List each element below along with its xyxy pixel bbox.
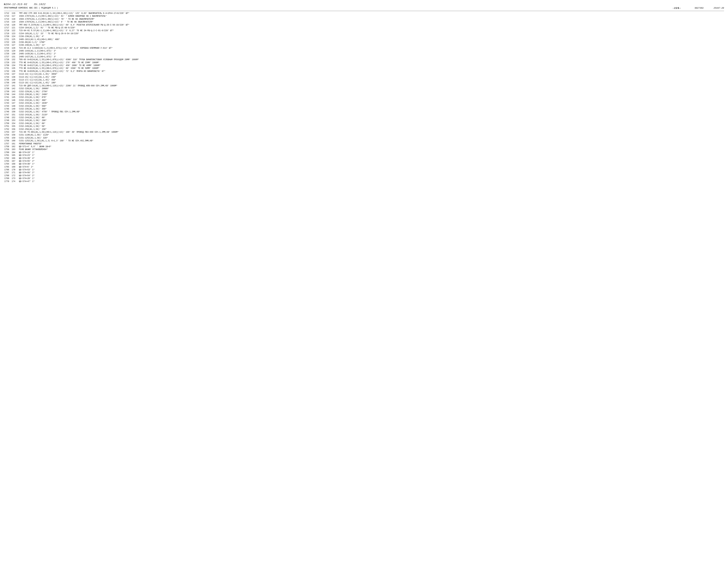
row-num2: 127 (11, 44, 19, 47)
row-num2: 147 (11, 102, 19, 105)
row-num1: 1734 (4, 76, 11, 79)
row-num2: 158 (11, 134, 19, 136)
row-content: С113-15(↑1)(=13)(А1,1,45)' 230* (19, 76, 724, 79)
row-num1: 1727 (4, 55, 11, 58)
row-num1: 1755 (4, 137, 11, 139)
row-num1: 1763 (4, 160, 11, 163)
row-num1: 1731 (4, 67, 11, 70)
row-num1: 1718 (4, 29, 11, 32)
row-content: Т15-09 Т5-001(А1,1,58)(Н9=1,116)(=13)' 1… (19, 131, 724, 134)
row-content: Т05-03 8=0124(А1,1,55)(Н9=1,076)(=13)' 6… (19, 58, 724, 61)
table-row: 1742146С152-232(А1,1,58)' 360* (4, 99, 724, 102)
row-num1: 1767 (4, 171, 11, 174)
doc-code-2: 25447-20 (714, 7, 724, 9)
table-row: 1737141Т15-09 ДОП↑14(А1,1,58)(Н9=1,116)(… (4, 85, 724, 87)
header-meta-row: ПРОГРАММНЫЙ КОМПЛЕКС АВС-3ЕС ( РЕДАКЦИЯ … (4, 7, 724, 9)
row-num2: 131 (11, 55, 19, 58)
row-content: Щ8-574=28' 1* (19, 177, 724, 180)
row-num1: 1747 (4, 114, 11, 116)
row-content: 1504-17076(А1,1,2)(Н9=1,082)(=13)' 6' ' … (19, 21, 724, 23)
row-num2: 155 (11, 125, 19, 128)
row-num2: 161 (11, 142, 19, 145)
row-num2: 117 (11, 15, 19, 18)
row-num1: 1713 (4, 15, 11, 18)
row-num1: 1740 (4, 93, 11, 96)
table-row: 1738142С152-228(А1,1,58)' 20000* (4, 87, 724, 90)
row-content: С152-229(А1,1,58)' 2750* (19, 90, 724, 93)
row-content: 2405-1011(А1↑1,45)(Н9=1,089)' 400* (19, 38, 724, 41)
row-content: Т15-09 ДОП↑14(А1,1,58)(Н9=1,116)(=13)' 2… (19, 85, 724, 87)
row-content: С154-165(А1,1,2)' 15' ' ТО ЖЕ РШ-Ц-20-0-… (19, 32, 724, 35)
row-content: Т24-05 А↓2 1=1043(А1↑1,2)(Н9=1,073)(=13)… (19, 47, 724, 50)
table-row: 1756160С151-1252(А1,1,58)(А1,1,3) К=1,3'… (4, 139, 724, 142)
row-num2: 168 (11, 163, 19, 165)
table-row: 1770174Щ8-574=47' 1* (4, 180, 724, 183)
row-num1: 1750 (4, 122, 11, 125)
row-num2: 150 (11, 111, 19, 113)
table-row: 1747151С152-243(А1,1,58)' 2110* (4, 114, 724, 116)
row-num2: 159 (11, 137, 19, 139)
row-content: С151-1196(А1,1,58)' 1120* (19, 134, 724, 136)
table-row: 17141181504-17075(А1,1,2)(Н9=1,082)(=13)… (4, 18, 724, 21)
page-number: -226- (673, 7, 681, 9)
row-num1: 1754 (4, 134, 11, 136)
row-num1: 1745 (4, 108, 11, 111)
row-num2: 130 (11, 52, 19, 55)
row-num2: 142 (11, 87, 19, 90)
table-row: 17151191504-17076(А1,1,2)(Н9=1,082)(=13)… (4, 21, 724, 23)
table-row: 1729133ТТО ЖЕ 8=0125(А1.1,55)(Н9=1,076)(… (4, 61, 724, 64)
table-row: 1718122Т15-04-01 П.57(А1↑1,2)(Н9=1,082)(… (4, 29, 724, 32)
row-num2: 129 (11, 50, 19, 52)
row-content: РЕМОНТАЖНЫЕ РАБОТЫ* (19, 142, 724, 145)
row-num2: 167 (11, 160, 19, 163)
row-num1: 1760 (4, 151, 11, 154)
table-row: 17211252405-1011(А1↑1,45)(Н9=1,089)' 400… (4, 38, 724, 41)
row-num2: 160 (11, 139, 19, 142)
row-content: С152-250(А1,1,58)' 150* (19, 128, 724, 131)
table-row: 17251292405-1443(А1,1,2)(Н9=1,073)' 3* (4, 50, 724, 52)
table-row: 1728132Т05-03 8=0124(А1,1,55)(Н9=1,076)(… (4, 58, 724, 61)
row-num1: 1765 (4, 166, 11, 168)
row-num2: 125 (11, 38, 19, 41)
row-content: С152-249(А1,1,58)' 50* (19, 125, 724, 128)
row-content: С152-248(А1,1,58)' 60* (19, 122, 724, 125)
row-num1: 1757 (4, 142, 11, 145)
table-row: 1740144С152-230(А1,1,58)' 2400* (4, 93, 724, 96)
row-num1: 1751 (4, 125, 11, 128)
row-num1: 1719 (4, 32, 11, 35)
table-row: 17261302405-1435(А1↑1,2)(Н9=1,073)' 2* (4, 52, 724, 55)
row-content: С113-14(↑1)(=13)(А1.1,45)' 3850* (19, 73, 724, 76)
row-content: 1504-17074(А1,1,2)(Н9=1,082)(=13)' 61' '… (19, 15, 724, 18)
row-num2: 165 (11, 154, 19, 157)
row-content: С152-242(А1,1,58)' 4750' ' ПРОВОД ПВ1 СЕ… (19, 111, 724, 113)
row-num1: 1768 (4, 174, 11, 177)
row-num1: 1761 (4, 154, 11, 157)
row-num1: 1737 (4, 85, 11, 87)
row-num2: 145 (11, 96, 19, 99)
row-num2: 138 (11, 76, 19, 79)
table-row: 1765169Щ8-574=6' 2* (4, 166, 724, 168)
row-content: С113-17(↑1)(=13)(А1,1,45)' 450* (19, 79, 724, 82)
row-num2: 170 (11, 168, 19, 171)
header-top: №264-12-313-92 Лл.1622 (4, 3, 724, 6)
table-row: 1769173Щ8-574=28' 1* (4, 177, 724, 180)
data-table: 1712116ТМТ-092 СТР.303 К=0,92(А1↑1,34)(Н… (4, 12, 724, 183)
row-num1: 1724 (4, 47, 11, 50)
row-num2: 163 (11, 148, 19, 151)
table-row: 17271312405-1427(А1,1,2)(Н9=1,073)' 3* (4, 55, 724, 58)
table-row: 1759163П2#В ШКАФУ УСТАНОВЛЕНО#* (4, 148, 724, 151)
row-num1: 1726 (4, 52, 11, 55)
row-num1: 1729 (4, 61, 11, 64)
row-content: Щ8-574=19' 1* (19, 151, 724, 154)
row-num2: 148 (11, 105, 19, 108)
row-content: Щ8-574=47' 1* (19, 180, 724, 183)
row-num2: 132 (11, 58, 19, 61)
row-content: С156-240(А1,1,39)' 11* (19, 44, 724, 47)
row-content: 1504-17075(А1,1,2)(Н9=1,082)(=13)' 70' '… (19, 18, 724, 21)
row-num2: 173 (11, 177, 19, 180)
row-num1: 1723 (4, 44, 11, 47)
table-row: 1750154С152-248(А1,1,58)' 60* (4, 122, 724, 125)
table-row: 1757161РЕМОНТАЖНЫЕ РАБОТЫ* (4, 142, 724, 145)
row-num2: 120 (11, 24, 19, 26)
row-num1: 1748 (4, 116, 11, 119)
